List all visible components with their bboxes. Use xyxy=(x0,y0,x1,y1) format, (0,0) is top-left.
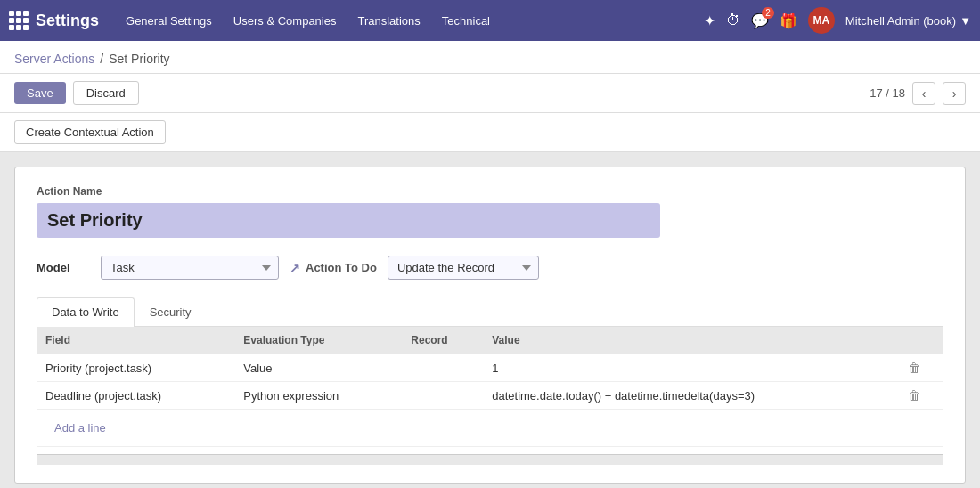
col-record: Record xyxy=(402,327,483,354)
user-name: Mitchell Admin (book) xyxy=(845,14,956,28)
nav-general-settings[interactable]: General Settings xyxy=(117,11,221,31)
chat-badge: 2 xyxy=(762,7,774,19)
prev-button[interactable]: ‹ xyxy=(912,82,935,105)
model-label: Model xyxy=(37,261,90,274)
wand-icon[interactable]: ✦ xyxy=(704,12,715,29)
app-title: Settings xyxy=(36,12,99,30)
row2-field: Deadline (project.task) xyxy=(37,382,234,410)
breadcrumb: Server Actions / Set Priority xyxy=(14,52,966,66)
action-name-label: Action Name xyxy=(37,185,943,198)
row1-value: 1 xyxy=(483,354,898,382)
apps-icon xyxy=(9,11,29,30)
create-contextual-button[interactable]: Create Contextual Action xyxy=(14,120,166,144)
toolbar: Save Discard 17 / 18 ‹ › xyxy=(0,74,980,113)
nav-users-companies[interactable]: Users & Companies xyxy=(225,11,346,31)
gift-icon[interactable]: 🎁 xyxy=(780,12,797,29)
table-header-row: Field Evaluation Type Record Value xyxy=(37,327,943,354)
user-dropdown-icon: ▼ xyxy=(960,14,971,28)
model-action-row: Model Task ↗ Action To Do Update the Rec… xyxy=(37,256,943,280)
main-content: Action Name Model Task ↗ Action To Do Up… xyxy=(0,152,980,488)
row2-delete[interactable]: 🗑 xyxy=(899,382,943,410)
action-bar: Create Contextual Action xyxy=(0,113,980,152)
row2-value: datetime.date.today() + datetime.timedel… xyxy=(483,382,898,410)
tabs: Data to Write Security xyxy=(37,297,943,327)
nav-translations[interactable]: Translations xyxy=(348,11,429,31)
discard-button[interactable]: Discard xyxy=(73,81,139,105)
data-table: Field Evaluation Type Record Value Prior… xyxy=(37,327,943,447)
page-header: Server Actions / Set Priority xyxy=(0,41,980,74)
breadcrumb-separator: / xyxy=(100,52,103,66)
row1-record xyxy=(402,354,483,382)
action-to-do-select[interactable]: Update the Record xyxy=(388,256,539,280)
nav-technical[interactable]: Technical xyxy=(433,11,499,31)
col-value: Value xyxy=(483,327,898,354)
row2-eval-type: Python expression xyxy=(234,382,402,410)
avatar: MA xyxy=(808,7,835,34)
col-actions xyxy=(899,327,943,354)
form-card: Action Name Model Task ↗ Action To Do Up… xyxy=(14,167,966,484)
toolbar-right: 17 / 18 ‹ › xyxy=(870,82,966,105)
brand[interactable]: Settings xyxy=(9,11,99,30)
add-line-row: Add a line xyxy=(37,410,943,447)
clock-icon[interactable]: ⏱ xyxy=(726,12,740,28)
breadcrumb-current: Set Priority xyxy=(109,52,169,66)
row1-field: Priority (project.task) xyxy=(37,354,234,382)
tab-security[interactable]: Security xyxy=(135,297,207,326)
navbar-right: ✦ ⏱ 💬 2 🎁 MA Mitchell Admin (book) ▼ xyxy=(704,7,971,34)
action-to-do-label-container: ↗ Action To Do xyxy=(290,261,377,275)
toolbar-left: Save Discard xyxy=(14,81,139,105)
table-row: Deadline (project.task) Python expressio… xyxy=(37,382,943,410)
next-button[interactable]: › xyxy=(943,82,966,105)
scroll-area xyxy=(37,454,943,465)
table-row: Priority (project.task) Value 1 🗑 xyxy=(37,354,943,382)
add-line-button[interactable]: Add a line xyxy=(45,416,115,440)
col-eval-type: Evaluation Type xyxy=(234,327,402,354)
delete-row1-icon[interactable]: 🗑 xyxy=(908,361,920,375)
row1-eval-type: Value xyxy=(234,354,402,382)
delete-row2-icon[interactable]: 🗑 xyxy=(908,388,920,403)
user-menu[interactable]: Mitchell Admin (book) ▼ xyxy=(845,14,971,28)
breadcrumb-parent[interactable]: Server Actions xyxy=(14,52,94,66)
main-nav: General Settings Users & Companies Trans… xyxy=(117,11,704,31)
tab-data-to-write[interactable]: Data to Write xyxy=(37,297,135,327)
action-name-input[interactable] xyxy=(37,203,660,238)
model-select[interactable]: Task xyxy=(101,256,279,280)
row2-record xyxy=(402,382,483,410)
col-field: Field xyxy=(37,327,234,354)
action-to-do-label: Action To Do xyxy=(306,261,377,274)
chat-icon[interactable]: 💬 2 xyxy=(751,12,769,29)
row1-delete[interactable]: 🗑 xyxy=(899,354,943,382)
pager-info: 17 / 18 xyxy=(870,86,905,100)
navbar: Settings General Settings Users & Compan… xyxy=(0,0,980,41)
external-link-icon[interactable]: ↗ xyxy=(290,261,300,275)
save-button[interactable]: Save xyxy=(14,82,66,104)
